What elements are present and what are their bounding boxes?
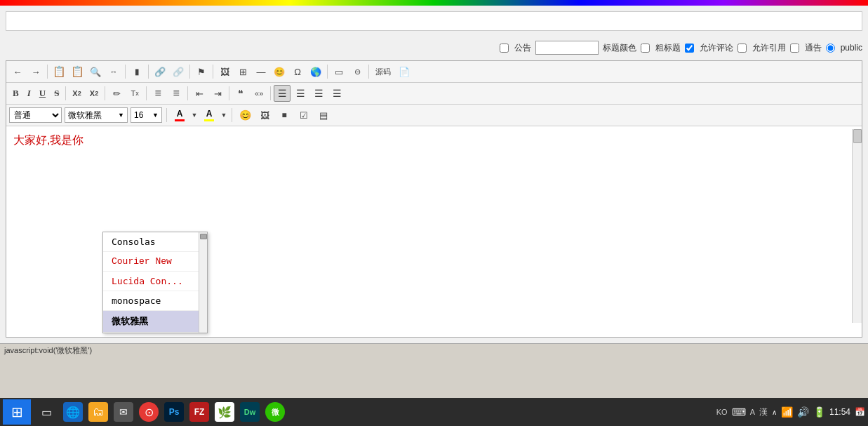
superscript-button[interactable]: X2 bbox=[86, 85, 102, 102]
filezilla-icon[interactable]: FZ bbox=[189, 402, 209, 422]
preview-button[interactable]: ⊝ bbox=[349, 63, 366, 80]
paste-button[interactable]: 📋 bbox=[69, 63, 86, 80]
subscript-button[interactable]: X2 bbox=[69, 85, 84, 102]
status-text: javascript:void('微软雅黑') bbox=[4, 345, 92, 356]
font-select-arrow: ▼ bbox=[118, 112, 124, 119]
font-option-consolas[interactable]: Consolas bbox=[103, 232, 207, 252]
font-option-monospace[interactable]: monospace bbox=[103, 291, 207, 311]
task-view-button[interactable]: ▭ bbox=[34, 399, 59, 425]
volume-icon: 🔊 bbox=[797, 406, 809, 418]
public-radio[interactable] bbox=[826, 44, 835, 53]
bg-color-arrow[interactable]: ▼ bbox=[220, 107, 227, 124]
font-color-arrow[interactable]: ▼ bbox=[191, 107, 198, 124]
redo-button[interactable]: → bbox=[27, 63, 44, 80]
keyboard-icon: ⌨ bbox=[732, 406, 746, 418]
separator-1 bbox=[47, 65, 48, 79]
bold-button[interactable]: B bbox=[9, 85, 22, 102]
strikethrough-button[interactable]: S bbox=[51, 85, 62, 102]
blockquote-button[interactable]: ❝ bbox=[232, 85, 249, 102]
font-option-lucida-console[interactable]: Lucida Con... bbox=[103, 272, 207, 291]
checkbox-button[interactable]: ☑ bbox=[295, 107, 312, 124]
font-option-microsoft-yahei[interactable]: 微软雅黑 bbox=[103, 311, 207, 333]
select-all-button[interactable]: ▮ bbox=[128, 63, 145, 80]
photoshop-icon[interactable]: Ps bbox=[164, 402, 184, 422]
special-char-button[interactable]: Ω bbox=[289, 63, 306, 80]
link-button[interactable]: 🔗 bbox=[152, 63, 168, 80]
title-color-input[interactable] bbox=[535, 41, 599, 55]
chrome-icon[interactable]: 🌿 bbox=[215, 402, 234, 422]
fullscreen-button[interactable]: ▭ bbox=[330, 63, 347, 80]
emoji-toolbar-button[interactable]: 😊 bbox=[236, 107, 253, 124]
allow-comment-checkbox[interactable] bbox=[685, 44, 694, 53]
toolbar-row-2: B I U S X2 X2 ✏ Tx ≡ ≡ ⇤ ⇥ ❝ «» ☰ ☰ ☰ ☰ bbox=[6, 83, 862, 105]
font-select-button[interactable]: 微软雅黑 ▼ bbox=[65, 107, 128, 123]
image-inline-button[interactable]: 🖼 bbox=[256, 107, 273, 124]
unlink-button[interactable]: 🔗 bbox=[170, 63, 187, 80]
separator-3 bbox=[148, 65, 149, 79]
bg-color-underline bbox=[204, 119, 214, 121]
undo-button[interactable]: ← bbox=[9, 63, 26, 80]
allow-comment-label: 允许评论 bbox=[700, 42, 733, 54]
battery-icon: 🔋 bbox=[813, 406, 825, 418]
media-inline-button[interactable]: ■ bbox=[276, 107, 293, 124]
size-select-button[interactable]: 16 ▼ bbox=[131, 107, 162, 123]
hr-button[interactable]: — bbox=[253, 63, 269, 80]
unordered-list-button[interactable]: ≡ bbox=[168, 85, 185, 102]
announcement-checkbox[interactable] bbox=[500, 44, 509, 53]
expand-icon[interactable]: ∧ bbox=[772, 408, 777, 416]
editor-scrollbar-thumb bbox=[853, 129, 862, 143]
mail-icon[interactable]: ✉ bbox=[114, 402, 133, 422]
align-right-button[interactable]: ☰ bbox=[310, 85, 327, 102]
lang-han-indicator: 漢 bbox=[759, 406, 768, 418]
separator-6 bbox=[327, 65, 328, 79]
source-button[interactable]: 源码 bbox=[372, 63, 394, 80]
font-color-button[interactable]: A bbox=[171, 107, 188, 124]
align-left-button[interactable]: ☰ bbox=[274, 85, 291, 102]
find-button[interactable]: 🔍 bbox=[87, 63, 104, 80]
ordered-list-button[interactable]: ≡ bbox=[149, 85, 166, 102]
rainbow-bar bbox=[0, 0, 868, 6]
copy-button[interactable]: 📋 bbox=[51, 63, 67, 80]
editor-scrollbar[interactable] bbox=[852, 129, 862, 323]
underline-button[interactable]: U bbox=[36, 85, 49, 102]
table-button[interactable]: ⊞ bbox=[234, 63, 251, 80]
announcement-label: 公告 bbox=[514, 42, 531, 54]
ie-icon[interactable]: 🌐 bbox=[63, 402, 83, 422]
dreamweaver-icon[interactable]: Dw bbox=[240, 402, 260, 422]
public-label: public bbox=[841, 43, 862, 53]
circle-icon[interactable]: ⊙ bbox=[139, 402, 159, 422]
indent-left-button[interactable]: ⇤ bbox=[191, 85, 208, 102]
separator-8 bbox=[65, 86, 66, 100]
wechat-icon[interactable]: 微 bbox=[265, 402, 285, 422]
replace-button[interactable]: ↔ bbox=[105, 63, 122, 80]
kb-indicator: KO bbox=[716, 408, 728, 416]
file-explorer-icon[interactable]: 🗂 bbox=[88, 402, 108, 422]
dropdown-scrollbar[interactable] bbox=[199, 232, 207, 333]
align-center-button[interactable]: ☰ bbox=[292, 85, 309, 102]
flag-button[interactable]: ⚑ bbox=[193, 63, 210, 80]
paragraph-select[interactable]: 普通 bbox=[9, 107, 62, 123]
attachment-button[interactable]: ▤ bbox=[315, 107, 332, 124]
emoji-button[interactable]: 😊 bbox=[271, 63, 288, 80]
indent-right-button[interactable]: ⇥ bbox=[209, 85, 226, 102]
separator-15 bbox=[232, 108, 232, 122]
align-justify-button[interactable]: ☰ bbox=[328, 85, 345, 102]
notice-checkbox[interactable] bbox=[790, 44, 799, 53]
clear-format-button[interactable]: Tx bbox=[126, 85, 143, 102]
taskbar-left: ⊞ ▭ 🌐 🗂 ✉ ⊙ Ps FZ 🌿 Dw 微 bbox=[3, 399, 286, 425]
title-input[interactable]: 测试 bbox=[6, 11, 862, 31]
bold-checkbox[interactable] bbox=[641, 44, 650, 53]
template-button[interactable]: 📄 bbox=[396, 63, 413, 80]
allow-cite-checkbox[interactable] bbox=[737, 44, 747, 53]
notification-icon[interactable]: 📅 bbox=[855, 407, 865, 417]
font-option-courier-new[interactable]: Courier New bbox=[103, 252, 207, 272]
image-button[interactable]: 🖼 bbox=[216, 63, 233, 80]
bold-label: 粗标题 bbox=[655, 42, 681, 54]
paint-format-button[interactable]: ✏ bbox=[108, 85, 125, 102]
start-button[interactable]: ⊞ bbox=[3, 399, 31, 425]
italic-button[interactable]: I bbox=[24, 85, 34, 102]
size-select-arrow: ▼ bbox=[152, 112, 159, 119]
code-button[interactable]: «» bbox=[251, 85, 267, 102]
bg-color-button[interactable]: A bbox=[201, 107, 218, 124]
media-button[interactable]: 🌎 bbox=[307, 63, 324, 80]
